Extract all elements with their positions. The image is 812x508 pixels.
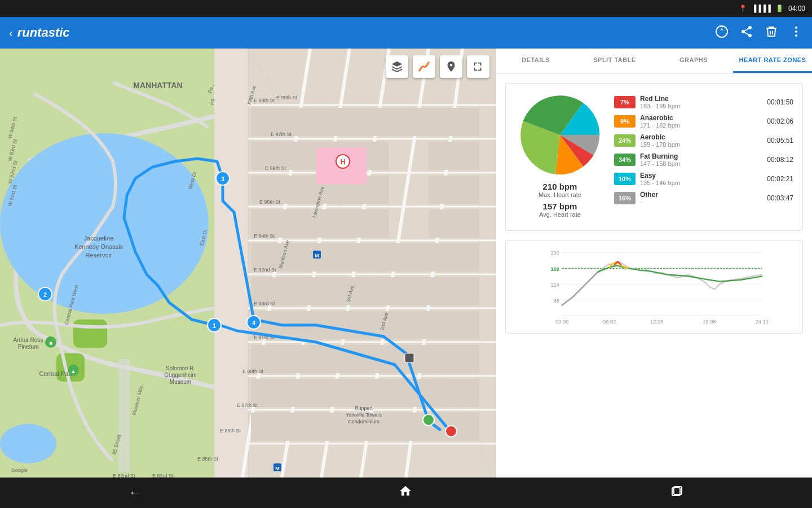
route-color-button[interactable]: [413, 55, 435, 78]
svg-text:Ruppert: Ruppert: [355, 405, 373, 411]
svg-text:E 82nd St: E 82nd St: [113, 473, 135, 478]
zone-info-other: Other -: [640, 191, 762, 205]
svg-point-8: [795, 30, 797, 33]
svg-text:E 99th St: E 99th St: [276, 95, 298, 100]
app-logo: runtastic: [17, 25, 70, 40]
zone-badge-other: 16%: [614, 192, 636, 204]
svg-text:E 93rd St: E 93rd St: [254, 301, 275, 306]
svg-rect-67: [429, 142, 479, 170]
app-bar: ‹ runtastic: [0, 17, 812, 49]
svg-text:E 94th St: E 94th St: [254, 233, 275, 239]
svg-text:Guggenheim: Guggenheim: [164, 372, 196, 378]
svg-rect-68: [429, 176, 479, 204]
svg-text:3: 3: [221, 176, 224, 182]
svg-text:Museum: Museum: [170, 379, 191, 385]
zone-badge-aerobic: 24%: [614, 134, 636, 147]
svg-rect-36: [293, 209, 344, 238]
svg-text:Condominium: Condominium: [348, 419, 379, 424]
svg-rect-69: [429, 209, 479, 238]
svg-text:1: 1: [213, 323, 216, 329]
svg-text:Pinetum: Pinetum: [18, 344, 39, 350]
svg-text:124: 124: [550, 282, 559, 288]
zone-info-fat-burning: Fat Burning 147 - 158 bpm: [640, 152, 762, 167]
location-icon: 📍: [739, 5, 747, 12]
svg-rect-56: [338, 379, 389, 407]
svg-text:Kennedy Onassis: Kennedy Onassis: [74, 243, 123, 250]
svg-text:Reservoir: Reservoir: [85, 252, 112, 259]
layers-button[interactable]: [386, 55, 408, 78]
location-pin-button[interactable]: [440, 55, 462, 78]
map-area[interactable]: H W 94th St W 93rd St W 92nd St W 91st S…: [0, 49, 496, 478]
svg-rect-66: [429, 108, 479, 136]
svg-text:M: M: [315, 253, 319, 259]
recents-nav-icon[interactable]: [670, 484, 683, 501]
svg-rect-74: [429, 379, 479, 407]
tab-heart-rate-zones[interactable]: HEART RATE ZONES: [733, 49, 812, 73]
svg-text:06:02: 06:02: [603, 319, 616, 325]
svg-text:E 83rd St: E 83rd St: [152, 473, 174, 478]
svg-text:■: ■: [49, 340, 52, 346]
main-content: H W 94th St W 93rd St W 92nd St W 91st S…: [0, 49, 812, 478]
svg-text:E 97th St: E 97th St: [271, 132, 292, 137]
home-nav-icon[interactable]: [399, 484, 412, 501]
back-nav-icon[interactable]: ←: [129, 485, 141, 500]
zones-list: 7% Red Line 183 - 195 bpm 00:01:50 9% An…: [614, 93, 793, 221]
svg-text:Yorkville Towers: Yorkville Towers: [346, 412, 382, 418]
svg-text:▲: ▲: [70, 368, 76, 374]
hr-chart-section: 200 162 124 86: [505, 240, 803, 334]
svg-text:E 88th St: E 88th St: [242, 369, 264, 374]
zone-badge-fat-burning: 34%: [614, 154, 636, 166]
svg-text:Jacqueline: Jacqueline: [84, 235, 114, 242]
zone-info-anaerobic: Anaerobic 171 - 182 bpm: [640, 114, 762, 129]
svg-rect-60: [383, 243, 434, 271]
svg-rect-41: [383, 108, 434, 136]
svg-rect-140: [405, 353, 414, 362]
zone-badge-anaerobic: 9%: [614, 115, 636, 128]
svg-line-5: [745, 32, 749, 34]
back-button[interactable]: ‹: [9, 27, 13, 40]
svg-rect-55: [293, 379, 344, 407]
svg-point-2: [748, 26, 752, 29]
svg-point-138: [423, 414, 434, 426]
svg-text:Solomon R.: Solomon R.: [166, 365, 195, 371]
tab-split-table[interactable]: SPLIT TABLE: [575, 49, 654, 73]
zone-other: 16% Other - 00:03:47: [614, 189, 793, 208]
max-hr-value: 210 bpm: [539, 182, 581, 191]
svg-rect-61: [383, 277, 434, 305]
tab-graphs[interactable]: GRAPHS: [654, 49, 733, 73]
delete-icon[interactable]: [765, 25, 778, 41]
svg-text:E 96th St: E 96th St: [265, 165, 286, 171]
tab-content: 210 bpm Max. Heart rate 157 bpm Avg. Hea…: [496, 74, 812, 478]
svg-text:24:11: 24:11: [756, 319, 769, 325]
svg-text:2: 2: [43, 292, 47, 298]
expand-button[interactable]: [467, 55, 489, 78]
svg-rect-73: [429, 345, 479, 373]
zone-fat-burning: 34% Fat Burning 147 - 158 bpm 00:08:12: [614, 150, 793, 169]
svg-rect-58: [293, 413, 344, 441]
svg-text:MANHATTAN: MANHATTAN: [133, 81, 182, 90]
hr-zones-section: 210 bpm Max. Heart rate 157 bpm Avg. Hea…: [505, 83, 803, 231]
svg-text:162: 162: [550, 266, 559, 272]
svg-text:86: 86: [554, 298, 559, 304]
svg-text:E 92nd St: E 92nd St: [254, 267, 276, 273]
zone-easy: 10% Easy 135 - 146 bpm 00:02:21: [614, 169, 793, 189]
svg-point-7: [795, 27, 797, 29]
svg-text:12:05: 12:05: [650, 319, 663, 325]
app-bar-right: [715, 25, 803, 41]
zone-red-line: 7% Red Line 183 - 195 bpm 00:01:50: [614, 93, 793, 112]
svg-point-4: [748, 34, 752, 37]
zone-badge-easy: 10%: [614, 173, 636, 185]
map-svg: H W 94th St W 93rd St W 92nd St W 91st S…: [0, 49, 496, 478]
max-hr-label: Max. Heart rate: [539, 191, 581, 198]
map-toolbar: [386, 55, 489, 78]
more-icon[interactable]: [789, 25, 803, 41]
svg-text:E 98th St: E 98th St: [254, 98, 275, 103]
notifications-icon[interactable]: [715, 25, 729, 41]
hr-chart-inner: 200 162 124 86: [513, 247, 796, 326]
svg-rect-44: [338, 243, 389, 271]
zone-info-easy: Easy 135 - 146 bpm: [640, 172, 762, 186]
share-icon[interactable]: [740, 25, 753, 41]
avg-hr-value: 157 bpm: [539, 202, 581, 211]
tab-details[interactable]: DETAILS: [496, 49, 575, 73]
svg-rect-80: [118, 359, 130, 472]
